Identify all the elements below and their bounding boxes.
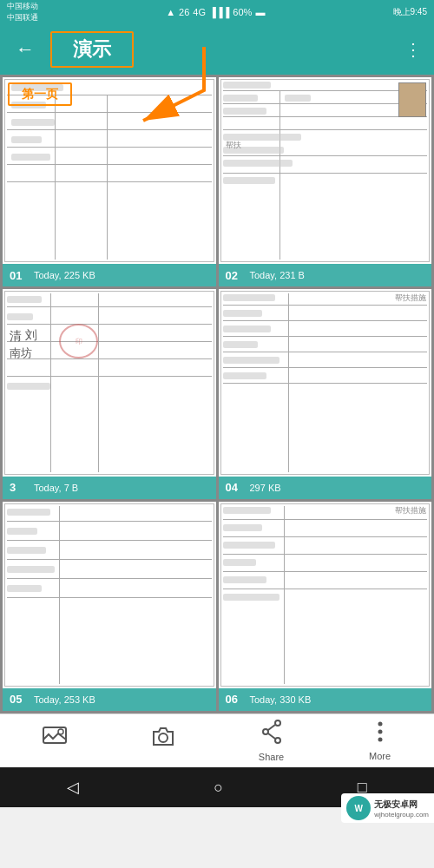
item-02-num: 02 [226,269,243,282]
svg-point-6 [263,729,268,734]
android-home-button[interactable]: ○ [196,772,240,804]
doc-line [7,147,212,148]
doc-text [285,95,311,102]
top-bar: ← 演示 ⋮ [0,24,434,75]
camera-icon [151,726,175,753]
doc-text [11,136,42,143]
bottom-navigation: Share More [0,713,434,767]
watermark-text-block: 无极安卓网 wjhotelgroup.com [374,799,429,819]
item-06-info: Today, 330 KB [250,694,312,705]
grid-item-04[interactable]: 帮扶措施 04 297 KB [219,289,432,498]
nav-gallery[interactable] [29,727,81,755]
doc-text [11,154,50,161]
doc-text [223,108,266,115]
grid-item-02[interactable]: 帮扶 02 Today, 231 B [219,77,432,286]
doc-line [223,116,428,117]
status-center: ▲ 26 4G ▐▐▐ 60% ▬ [166,7,265,17]
doc-text [223,160,293,167]
doc-line [223,90,428,91]
item-01-num: 01 [10,269,27,282]
doc-line [223,536,428,537]
doc-text [223,524,262,531]
item-04-num: 04 [226,481,243,494]
watermark-box: W 无极安卓网 wjhotelgroup.com [341,793,434,823]
nav-more[interactable]: More [354,720,406,761]
watermark: W 无极安卓网 wjhotelgroup.com [341,793,434,823]
doc-line [7,521,212,522]
doc-text [223,357,279,364]
doc-line [7,540,212,541]
doc-line [7,597,212,598]
signal-bars: ▐▐▐ [209,7,229,17]
nav-share[interactable]: Share [246,720,298,762]
share-icon [260,720,283,749]
doc-text [223,559,256,566]
svg-point-9 [378,722,382,727]
doc-line [223,589,428,589]
doc-text [223,294,275,301]
doc-text [7,313,33,320]
status-bar: 中国移动 中国联通 ▲ 26 4G ▐▐▐ 60% ▬ 晚上9:45 [0,0,434,24]
document-preview-06: 帮扶措施 [219,502,432,688]
passport-photo [398,82,426,117]
doc-line [223,103,428,104]
doc-line [223,305,428,306]
carrier-info: 中国移动 中国联通 [7,1,38,23]
doc-line [223,336,428,337]
document-preview-03: 清 刘 南坊 印 [3,289,216,476]
doc-text [223,341,258,348]
doc-line [7,181,212,182]
svg-line-8 [268,733,275,739]
doc-text [223,576,266,583]
grid-item-06[interactable]: 帮扶措施 06 Today, 330 KB [219,502,432,711]
battery-icon: ▬ [255,7,265,17]
doc-line [223,367,428,368]
document-preview-01: 第一页 [3,77,216,264]
watermark-url: wjhotelgroup.com [374,811,429,819]
doc-text [7,566,55,573]
nav-camera[interactable] [137,726,189,756]
first-page-indicator: 第一页 [8,82,72,106]
item-06-label: 06 Today, 330 KB [219,688,432,711]
doc-line [223,383,428,384]
doc-text [223,372,266,379]
doc-text [223,594,279,601]
handwriting: 清 刘 [10,328,37,345]
document-preview-02: 帮扶 [219,77,432,264]
item-04-label: 04 297 KB [219,477,432,499]
item-05-label: 05 Today, 253 KB [3,688,216,711]
svg-point-4 [275,720,280,726]
doc-text [223,310,262,317]
network-type: 4G [193,7,206,17]
carrier2: 中国联通 [7,12,38,23]
doc-text [7,528,37,535]
item-06-num: 06 [226,693,243,706]
doc-content: 帮扶 [226,140,241,151]
doc-line [223,173,428,174]
item-01-label: 01 Today, 225 KB [3,264,216,286]
doc-text [7,509,50,516]
doc-vline [98,293,99,471]
grid-item-01[interactable]: 第一页 01 Today, 225 KB [3,77,216,286]
nav-more-label: More [369,751,391,761]
carrier1: 中国移动 [7,1,38,12]
battery: 60% [233,7,252,17]
svg-point-5 [275,738,280,743]
doc-line [7,164,212,165]
doc-text [7,547,46,554]
grid-item-05[interactable]: 05 Today, 253 KB [3,502,216,711]
overflow-menu-button[interactable]: ⋮ [401,36,425,63]
document-preview-04: 帮扶措施 [219,289,432,476]
back-button[interactable]: ← [9,35,42,64]
doc-line [7,358,212,359]
watermark-logo: W [346,796,371,820]
grid-item-03[interactable]: 清 刘 南坊 印 3 Today, 7 B [3,289,216,498]
doc-text [223,82,271,89]
android-back-button[interactable]: ◁ [49,771,96,804]
svg-point-2 [58,729,63,734]
signal-strength: 26 [179,7,189,17]
doc-line [223,571,428,572]
gallery-icon [43,727,67,753]
title-box: 演示 [50,31,134,68]
doc-line [7,306,212,307]
